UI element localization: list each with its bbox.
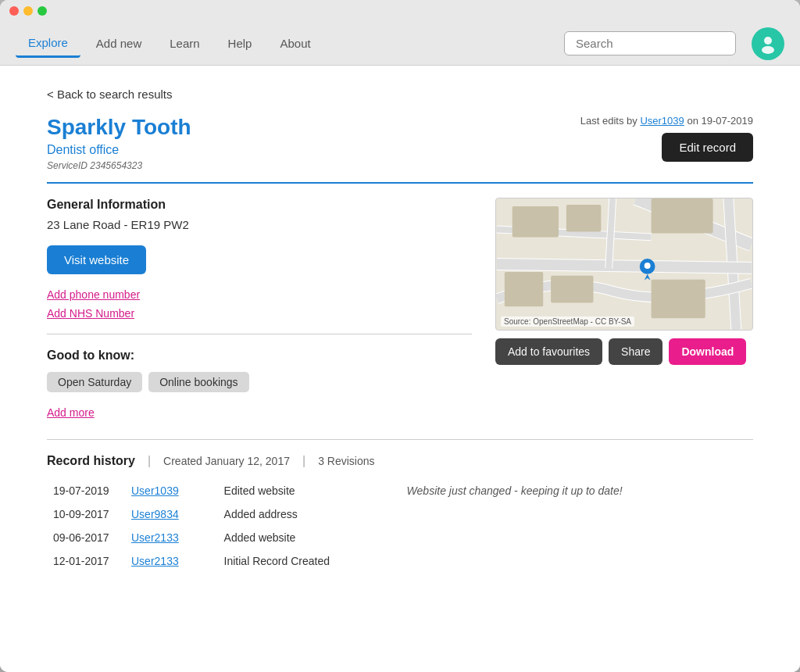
history-user: User2133: [125, 526, 218, 549]
history-user-link[interactable]: User9834: [131, 508, 179, 520]
history-action: Edited website: [218, 479, 401, 502]
search-input[interactable]: [564, 31, 736, 55]
record-name: Sparkly Tooth: [47, 115, 191, 140]
main-section: General Information 23 Lane Road - ER19 …: [47, 198, 753, 425]
svg-point-10: [645, 263, 651, 269]
nav-help[interactable]: Help: [216, 30, 265, 56]
history-v-divider-2: |: [302, 454, 305, 468]
app-window: Explore Add new Learn Help About < Back …: [0, 0, 800, 672]
add-nhs-link[interactable]: Add NHS Number: [47, 307, 472, 320]
history-date: 12-01-2017: [47, 549, 125, 573]
good-to-know-title: Good to know:: [47, 349, 472, 363]
user-icon: [757, 33, 779, 55]
history-user: User2133: [125, 549, 218, 573]
record-meta: Last edits by User1039 on 19-07-2019 Edi…: [580, 115, 753, 162]
main-content: < Back to search results Sparkly Tooth D…: [0, 66, 800, 672]
nav-about[interactable]: About: [267, 30, 323, 56]
history-note: [401, 549, 753, 573]
history-created: Created January 12, 2017: [163, 455, 290, 467]
history-user-link[interactable]: User1039: [131, 484, 179, 497]
right-section: Source: OpenStreetMap - CC BY-SA Add to …: [495, 198, 753, 425]
history-user: User1039: [125, 479, 218, 502]
add-phone-link[interactable]: Add phone number: [47, 288, 472, 301]
last-edits-prefix: Last edits by: [580, 115, 638, 127]
traffic-lights: [9, 6, 47, 16]
share-button[interactable]: Share: [609, 338, 662, 365]
history-action: Added address: [218, 502, 401, 526]
history-note: [401, 526, 753, 549]
record-type: Dentist office: [47, 143, 191, 157]
map-container: Source: OpenStreetMap - CC BY-SA: [495, 198, 753, 331]
svg-rect-7: [652, 198, 713, 233]
record-history-section: Record history | Created January 12, 201…: [47, 454, 753, 573]
edit-record-button[interactable]: Edit record: [662, 133, 753, 162]
table-row: 10-09-2017 User9834 Added address: [47, 502, 753, 526]
history-date: 19-07-2019: [47, 479, 125, 502]
svg-rect-5: [505, 272, 543, 306]
map-source-text: Source: OpenStreetMap - CC BY-SA: [501, 316, 634, 327]
history-title: Record history: [47, 454, 135, 468]
svg-rect-4: [566, 205, 601, 232]
history-action: Added website: [218, 526, 401, 549]
svg-rect-6: [551, 276, 593, 303]
svg-rect-3: [512, 206, 559, 238]
history-header: Record history | Created January 12, 201…: [47, 454, 753, 468]
add-favourites-button[interactable]: Add to favourites: [495, 338, 602, 365]
svg-point-0: [764, 37, 772, 45]
history-note: Website just changed - keeping it up to …: [401, 479, 753, 502]
history-date: 10-09-2017: [47, 502, 125, 526]
address: 23 Lane Road - ER19 PW2: [47, 218, 472, 231]
maximize-button[interactable]: [38, 6, 47, 16]
history-table: 19-07-2019 User1039 Edited website Websi…: [47, 479, 753, 573]
add-more-link[interactable]: Add more: [47, 406, 472, 419]
tag-online-bookings: Online bookings: [148, 372, 248, 392]
back-link[interactable]: < Back to search results: [47, 88, 173, 101]
last-edit-user-link[interactable]: User1039: [640, 115, 684, 127]
svg-point-1: [762, 46, 774, 54]
history-date: 09-06-2017: [47, 526, 125, 549]
history-revisions: 3 Revisions: [318, 455, 374, 467]
navbar: Explore Add new Learn Help About: [0, 22, 800, 66]
user-avatar[interactable]: [752, 27, 784, 60]
record-id: ServiceID 2345654323: [47, 160, 191, 171]
visit-website-button[interactable]: Visit website: [47, 245, 146, 274]
history-action: Initial Record Created: [218, 549, 401, 573]
left-section: General Information 23 Lane Road - ER19 …: [47, 198, 472, 425]
history-v-divider: |: [148, 454, 151, 468]
close-button[interactable]: [9, 6, 19, 16]
search-container: [564, 31, 736, 55]
map-svg: [496, 198, 752, 330]
last-edits-text: Last edits by User1039 on 19-07-2019: [580, 115, 753, 127]
table-row: 09-06-2017 User2133 Added website: [47, 526, 753, 549]
nav-learn[interactable]: Learn: [157, 30, 212, 56]
titlebar: [0, 0, 800, 22]
last-edit-date-val: on 19-07-2019: [687, 115, 753, 127]
svg-rect-8: [652, 280, 705, 318]
tag-open-saturday: Open Saturday: [47, 372, 142, 392]
map-actions: Add to favourites Share Download: [495, 338, 753, 365]
general-info-title: General Information: [47, 198, 472, 212]
history-user: User9834: [125, 502, 218, 526]
history-note: [401, 502, 753, 526]
history-user-link[interactable]: User2133: [131, 555, 179, 567]
nav-add-new[interactable]: Add new: [84, 30, 154, 56]
record-title-section: Sparkly Tooth Dentist office ServiceID 2…: [47, 115, 191, 171]
table-row: 19-07-2019 User1039 Edited website Websi…: [47, 479, 753, 502]
nav-explore[interactable]: Explore: [16, 30, 80, 58]
download-button[interactable]: Download: [669, 338, 746, 365]
table-row: 12-01-2017 User2133 Initial Record Creat…: [47, 549, 753, 573]
history-divider: [47, 439, 753, 440]
minimize-button[interactable]: [23, 6, 33, 16]
record-header: Sparkly Tooth Dentist office ServiceID 2…: [47, 115, 753, 171]
info-divider: [47, 334, 472, 334]
nav-items: Explore Add new Learn Help About: [16, 30, 564, 58]
header-divider: [47, 182, 753, 184]
history-user-link[interactable]: User2133: [131, 531, 179, 544]
tags-row: Open Saturday Online bookings: [47, 372, 472, 399]
